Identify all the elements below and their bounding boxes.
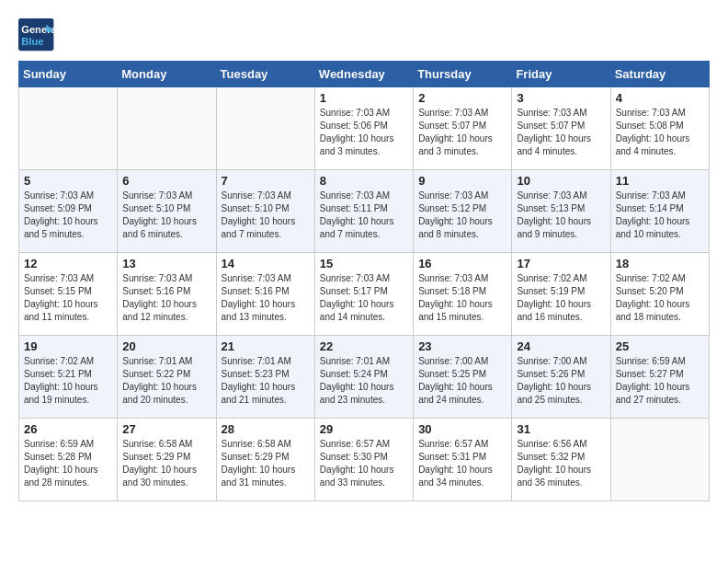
calendar-cell: 1Sunrise: 7:03 AM Sunset: 5:06 PM Daylig…	[314, 87, 413, 170]
day-number: 11	[616, 174, 704, 188]
calendar-cell: 7Sunrise: 7:03 AM Sunset: 5:10 PM Daylig…	[216, 170, 314, 253]
day-number: 26	[24, 422, 112, 436]
day-info: Sunrise: 7:03 AM Sunset: 5:07 PM Dayligh…	[517, 107, 605, 158]
day-info: Sunrise: 7:03 AM Sunset: 5:18 PM Dayligh…	[418, 272, 506, 324]
calendar-cell: 19Sunrise: 7:02 AM Sunset: 5:21 PM Dayli…	[19, 336, 118, 419]
day-info: Sunrise: 7:03 AM Sunset: 5:08 PM Dayligh…	[616, 107, 704, 158]
day-info: Sunrise: 6:59 AM Sunset: 5:27 PM Dayligh…	[616, 355, 704, 407]
day-number: 28	[222, 422, 310, 436]
day-number: 3	[517, 91, 605, 105]
day-info: Sunrise: 7:03 AM Sunset: 5:15 PM Dayligh…	[24, 272, 112, 324]
day-info: Sunrise: 7:03 AM Sunset: 5:06 PM Dayligh…	[320, 107, 408, 158]
calendar-cell: 16Sunrise: 7:03 AM Sunset: 5:18 PM Dayli…	[414, 253, 512, 336]
weekday-header-sunday: Sunday	[19, 62, 118, 87]
day-info: Sunrise: 6:59 AM Sunset: 5:28 PM Dayligh…	[24, 438, 112, 489]
day-info: Sunrise: 7:01 AM Sunset: 5:22 PM Dayligh…	[122, 355, 210, 407]
day-info: Sunrise: 7:03 AM Sunset: 5:07 PM Dayligh…	[418, 107, 506, 158]
page-header: General Blue	[18, 18, 710, 52]
weekday-header-saturday: Saturday	[610, 62, 709, 87]
day-info: Sunrise: 7:03 AM Sunset: 5:12 PM Dayligh…	[418, 190, 506, 241]
day-number: 5	[24, 174, 112, 188]
weekday-header-tuesday: Tuesday	[216, 62, 314, 87]
day-number: 12	[24, 257, 112, 270]
calendar-week-row: 5Sunrise: 7:03 AM Sunset: 5:09 PM Daylig…	[19, 170, 710, 253]
calendar-week-row: 1Sunrise: 7:03 AM Sunset: 5:06 PM Daylig…	[19, 87, 710, 170]
calendar-cell: 24Sunrise: 7:00 AM Sunset: 5:26 PM Dayli…	[512, 336, 610, 419]
day-number: 1	[320, 91, 408, 105]
weekday-header-monday: Monday	[118, 62, 216, 87]
logo: General Blue	[18, 18, 57, 52]
calendar-cell: 8Sunrise: 7:03 AM Sunset: 5:11 PM Daylig…	[314, 170, 413, 253]
day-number: 16	[418, 257, 506, 270]
day-info: Sunrise: 7:03 AM Sunset: 5:17 PM Dayligh…	[320, 272, 408, 324]
calendar-week-row: 26Sunrise: 6:59 AM Sunset: 5:28 PM Dayli…	[19, 419, 710, 501]
day-number: 20	[122, 339, 210, 353]
calendar-week-row: 12Sunrise: 7:03 AM Sunset: 5:15 PM Dayli…	[19, 253, 710, 336]
day-info: Sunrise: 7:03 AM Sunset: 5:16 PM Dayligh…	[222, 272, 310, 324]
day-number: 10	[517, 174, 605, 188]
day-number: 25	[616, 339, 704, 353]
day-number: 4	[616, 91, 704, 105]
day-number: 30	[418, 422, 506, 436]
day-info: Sunrise: 7:03 AM Sunset: 5:10 PM Dayligh…	[222, 190, 310, 241]
calendar-week-row: 19Sunrise: 7:02 AM Sunset: 5:21 PM Dayli…	[19, 336, 710, 419]
day-info: Sunrise: 7:02 AM Sunset: 5:19 PM Dayligh…	[517, 272, 605, 324]
day-number: 2	[418, 91, 506, 105]
day-info: Sunrise: 7:00 AM Sunset: 5:26 PM Dayligh…	[517, 355, 605, 407]
calendar-cell	[19, 87, 118, 170]
day-number: 27	[122, 422, 210, 436]
day-info: Sunrise: 7:02 AM Sunset: 5:20 PM Dayligh…	[616, 272, 704, 324]
day-info: Sunrise: 7:03 AM Sunset: 5:16 PM Dayligh…	[122, 272, 210, 324]
calendar-cell: 17Sunrise: 7:02 AM Sunset: 5:19 PM Dayli…	[512, 253, 610, 336]
day-number: 7	[222, 174, 310, 188]
day-number: 29	[320, 422, 408, 436]
calendar-cell	[118, 87, 216, 170]
calendar-cell	[216, 87, 314, 170]
weekday-header-friday: Friday	[512, 62, 610, 87]
calendar-cell: 5Sunrise: 7:03 AM Sunset: 5:09 PM Daylig…	[19, 170, 118, 253]
day-info: Sunrise: 7:03 AM Sunset: 5:13 PM Dayligh…	[517, 190, 605, 241]
calendar-cell: 20Sunrise: 7:01 AM Sunset: 5:22 PM Dayli…	[118, 336, 216, 419]
day-info: Sunrise: 7:03 AM Sunset: 5:09 PM Dayligh…	[24, 190, 112, 241]
day-number: 15	[320, 257, 408, 270]
calendar-cell: 6Sunrise: 7:03 AM Sunset: 5:10 PM Daylig…	[118, 170, 216, 253]
day-info: Sunrise: 7:00 AM Sunset: 5:25 PM Dayligh…	[418, 355, 506, 407]
calendar-cell: 15Sunrise: 7:03 AM Sunset: 5:17 PM Dayli…	[314, 253, 413, 336]
calendar-cell: 25Sunrise: 6:59 AM Sunset: 5:27 PM Dayli…	[610, 336, 709, 419]
day-info: Sunrise: 6:57 AM Sunset: 5:30 PM Dayligh…	[320, 438, 408, 489]
calendar-cell: 29Sunrise: 6:57 AM Sunset: 5:30 PM Dayli…	[314, 419, 413, 501]
calendar-cell: 31Sunrise: 6:56 AM Sunset: 5:32 PM Dayli…	[512, 419, 610, 501]
day-number: 23	[418, 339, 506, 353]
day-number: 9	[418, 174, 506, 188]
day-info: Sunrise: 7:03 AM Sunset: 5:14 PM Dayligh…	[616, 190, 704, 241]
calendar-table: SundayMondayTuesdayWednesdayThursdayFrid…	[18, 61, 710, 501]
calendar-cell: 4Sunrise: 7:03 AM Sunset: 5:08 PM Daylig…	[610, 87, 709, 170]
day-number: 31	[517, 422, 605, 436]
day-info: Sunrise: 7:03 AM Sunset: 5:10 PM Dayligh…	[122, 190, 210, 241]
day-number: 19	[24, 339, 112, 353]
day-info: Sunrise: 6:58 AM Sunset: 5:29 PM Dayligh…	[122, 438, 210, 489]
calendar-cell: 22Sunrise: 7:01 AM Sunset: 5:24 PM Dayli…	[314, 336, 413, 419]
day-info: Sunrise: 6:58 AM Sunset: 5:29 PM Dayligh…	[222, 438, 310, 489]
calendar-cell: 9Sunrise: 7:03 AM Sunset: 5:12 PM Daylig…	[414, 170, 512, 253]
weekday-header-wednesday: Wednesday	[314, 62, 413, 87]
calendar-cell: 13Sunrise: 7:03 AM Sunset: 5:16 PM Dayli…	[118, 253, 216, 336]
calendar-cell: 21Sunrise: 7:01 AM Sunset: 5:23 PM Dayli…	[216, 336, 314, 419]
day-info: Sunrise: 6:57 AM Sunset: 5:31 PM Dayligh…	[418, 438, 506, 489]
day-number: 8	[320, 174, 408, 188]
calendar-cell: 10Sunrise: 7:03 AM Sunset: 5:13 PM Dayli…	[512, 170, 610, 253]
logo-icon: General Blue	[18, 18, 55, 52]
day-number: 18	[616, 257, 704, 270]
day-info: Sunrise: 6:56 AM Sunset: 5:32 PM Dayligh…	[517, 438, 605, 489]
day-number: 14	[222, 257, 310, 270]
day-info: Sunrise: 7:01 AM Sunset: 5:24 PM Dayligh…	[320, 355, 408, 407]
calendar-cell: 11Sunrise: 7:03 AM Sunset: 5:14 PM Dayli…	[610, 170, 709, 253]
day-info: Sunrise: 7:01 AM Sunset: 5:23 PM Dayligh…	[222, 355, 310, 407]
calendar-cell: 12Sunrise: 7:03 AM Sunset: 5:15 PM Dayli…	[19, 253, 118, 336]
day-number: 6	[122, 174, 210, 188]
weekday-header-row: SundayMondayTuesdayWednesdayThursdayFrid…	[19, 62, 710, 87]
calendar-cell: 28Sunrise: 6:58 AM Sunset: 5:29 PM Dayli…	[216, 419, 314, 501]
day-number: 17	[517, 257, 605, 270]
day-number: 22	[320, 339, 408, 353]
calendar-cell: 14Sunrise: 7:03 AM Sunset: 5:16 PM Dayli…	[216, 253, 314, 336]
